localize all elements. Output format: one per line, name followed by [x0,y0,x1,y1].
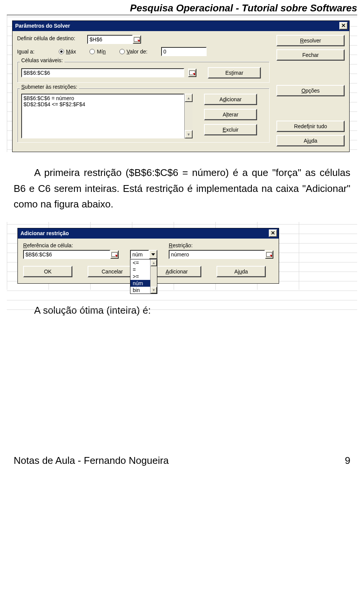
dialog-title: Adicionar restrição [20,230,69,236]
delete-constraint-button[interactable]: ExcluirExcluir [204,124,257,135]
reset-all-button[interactable]: Redefinir tudoRedefinir tudo [276,121,345,132]
operator-select[interactable]: núm [130,250,160,259]
dialog-title: Parâmetros do Solver [15,23,70,29]
radio-value-of[interactable]: Valor de:Valor de: [119,49,147,55]
radio-max[interactable]: MMáxáx [59,49,76,55]
add-constraint-figure: Adicionar restrição ✕ Referência de célu… [7,222,357,290]
page-header: Pesquisa Operacional - Tutorial sobre So… [7,0,357,16]
solver-dialog: Parâmetros do Solver ✕ Definir célula de… [12,20,350,152]
constraint-value-input[interactable]: número [169,250,265,259]
options-button[interactable]: OpçõesOpções [276,85,345,96]
paragraph-2: A solução ótima (inteira) é: [14,303,350,319]
range-picker-icon[interactable] [133,35,141,44]
scroll-up-icon[interactable]: ▲ [185,94,193,102]
solve-button[interactable]: ResolverResolver [276,35,345,46]
changing-cells-legend: Células variáveis: [20,57,64,63]
range-picker-icon[interactable] [265,250,273,259]
target-cell-label: Definir célula de destino: [17,35,75,41]
page-number: 9 [345,455,350,466]
range-picker-icon[interactable] [110,250,119,259]
changing-cells-group: Células variáveis: $B$6:$C$6 EstimarEsti… [17,61,270,83]
scroll-up-icon[interactable]: ▲ [151,259,157,266]
close-icon[interactable]: ✕ [339,22,348,30]
dialog-titlebar[interactable]: Parâmetros do Solver ✕ [13,21,349,31]
close-button[interactable]: Fechar [276,49,345,61]
paragraph-1: A primeira restrição ($B$6:$C$6 = número… [14,165,350,212]
cell-reference-input[interactable]: $B$6:$C$6 [23,250,110,259]
operator-dropdown[interactable]: <= = >= núm bin ▲ ▼ [130,259,157,294]
help-button[interactable]: AjudaAjuda [276,135,345,146]
radio-min[interactable]: MínMín [89,49,105,55]
scroll-down-icon[interactable]: ▼ [185,130,193,138]
dialog-titlebar[interactable]: Adicionar restrição ✕ [18,228,279,239]
constraints-listbox[interactable]: $B$6:$C$6 = número $D$2:$D$4 <= $F$2:$F$… [21,94,184,138]
value-of-input[interactable]: 0 [161,47,207,56]
chevron-down-icon[interactable] [149,250,157,259]
listbox-scrollbar[interactable]: ▲ ▼ [184,94,193,138]
dropdown-scrollbar[interactable]: ▲ ▼ [150,259,157,294]
cancel-button[interactable]: Cancelar [88,266,137,277]
add-button[interactable]: AdicionarAdicionar [152,266,201,277]
changing-cells-input[interactable]: $B$6:$C$6 [21,68,184,77]
change-constraint-button[interactable]: AlterarAlterar [204,109,257,120]
scroll-down-icon[interactable]: ▼ [151,287,157,294]
constraint-line: $D$2:$D$4 <= $F$2:$F$4 [24,101,182,107]
close-icon[interactable]: ✕ [269,229,277,237]
cell-reference-label: Referência de célula:Referência de célul… [23,242,122,248]
estimate-button[interactable]: EstimarEstimar [208,67,261,79]
add-constraint-dialog: Adicionar restrição ✕ Referência de célu… [17,228,279,284]
equal-to-label: Igual a: [17,49,55,55]
target-cell-input[interactable]: $H$6 [87,35,133,44]
add-constraint-button[interactable]: AdicionarAdicionar [204,94,257,105]
constraints-group: Submeter às restrições:Submeter às restr… [17,88,270,143]
range-picker-icon[interactable] [188,69,196,77]
solver-figure: Parâmetros do Solver ✕ Definir célula de… [7,15,357,152]
constraints-legend: Submeter às restrições:Submeter às restr… [20,84,79,90]
footer-left: Notas de Aula - Fernando Nogueira [14,455,169,466]
constraint-line: $B$6:$C$6 = número [24,95,182,101]
constraint-label: Restrição:Restrição: [169,242,273,248]
help-button[interactable]: AjudaAjuda [217,266,266,277]
ok-button[interactable]: OK [23,266,72,277]
